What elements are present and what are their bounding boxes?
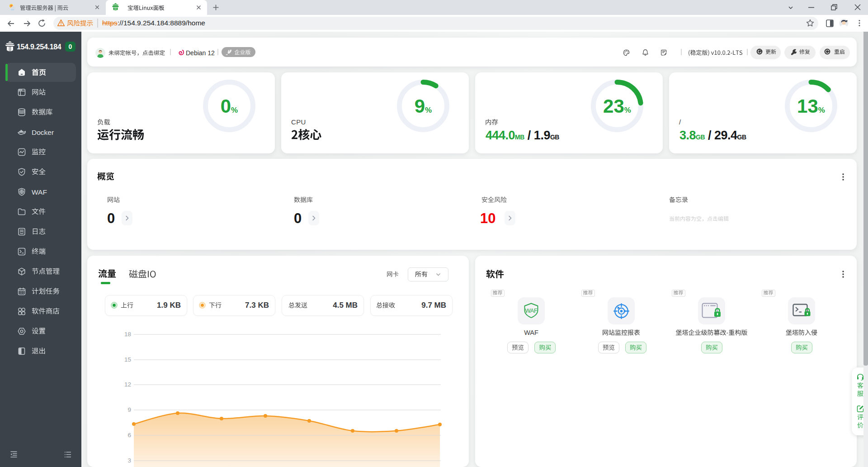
svg-text:WAF: WAF bbox=[525, 307, 538, 314]
